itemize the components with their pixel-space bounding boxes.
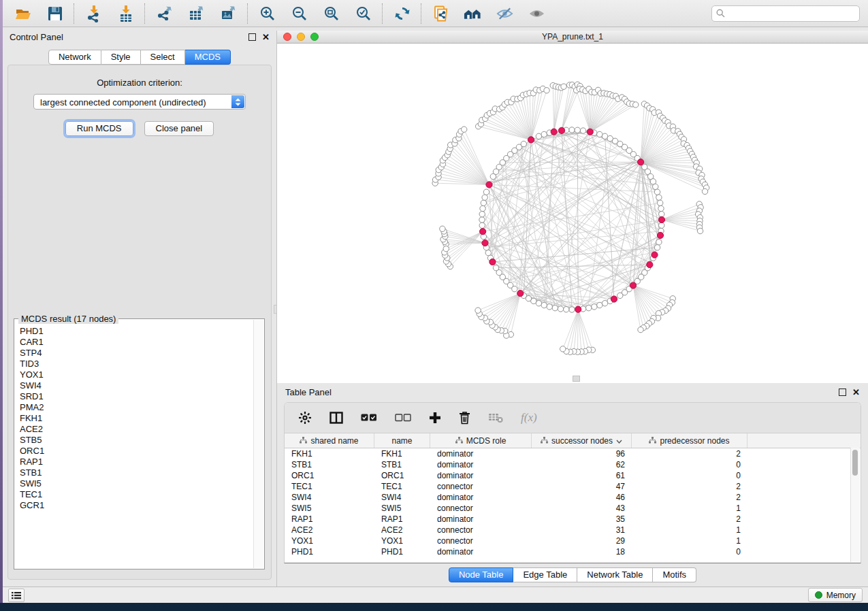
- table-row[interactable]: TEC1TEC1connector472: [285, 481, 861, 492]
- table-row[interactable]: PHD1PHD1dominator180: [285, 546, 861, 557]
- search-input[interactable]: [711, 5, 860, 22]
- tab-motifs[interactable]: Motifs: [653, 567, 696, 582]
- delete-column-icon[interactable]: [459, 411, 470, 425]
- table-row[interactable]: YOX1YOX1connector291: [285, 535, 861, 546]
- float-panel-icon[interactable]: [248, 33, 256, 41]
- first-neighbors-icon[interactable]: [464, 4, 482, 22]
- tab-network-table[interactable]: Network Table: [577, 567, 653, 582]
- cell-shared-name: RAP1: [285, 514, 374, 525]
- open-file-icon[interactable]: [14, 4, 32, 22]
- table-row[interactable]: SWI4SWI4dominator462: [285, 492, 861, 503]
- table-panel-tabs: Node TableEdge TableNetwork TableMotifs: [277, 567, 868, 582]
- split-pane-grip[interactable]: [573, 376, 580, 382]
- add-column-icon[interactable]: [429, 412, 441, 424]
- mcds-result-item[interactable]: FKH1: [20, 413, 254, 424]
- hide-selected-icon[interactable]: [496, 4, 514, 22]
- tab-style[interactable]: Style: [101, 50, 141, 65]
- column-header-MCDS-role[interactable]: MCDS role: [430, 433, 532, 448]
- cytoscape-app-window: Control Panel ✕ NetworkStyleSelectMCDS O…: [3, 0, 868, 603]
- mcds-result-item[interactable]: ACE2: [20, 424, 254, 435]
- import-network-icon[interactable]: [84, 4, 103, 22]
- cell-successor-nodes: 62: [532, 459, 632, 470]
- mcds-result-item[interactable]: TEC1: [20, 489, 254, 500]
- zoom-selected-icon[interactable]: [354, 4, 372, 22]
- column-layout-icon[interactable]: [329, 412, 343, 424]
- select-all-columns-icon[interactable]: [361, 414, 377, 422]
- column-header-predecessor-nodes[interactable]: predecessor nodes: [632, 433, 748, 448]
- show-hidden-icon[interactable]: [528, 4, 546, 22]
- mcds-result-item[interactable]: ORC1: [20, 446, 254, 457]
- search-icon: [716, 8, 725, 20]
- table-row[interactable]: STB1STB1dominator620: [285, 459, 861, 470]
- cell-predecessor-nodes: 0: [632, 546, 748, 557]
- network-graph[interactable]: [277, 44, 868, 383]
- mcds-result-item[interactable]: SWI5: [20, 478, 254, 489]
- table-row[interactable]: FKH1FKH1dominator962: [285, 448, 861, 459]
- zoom-fit-icon[interactable]: [322, 4, 340, 22]
- mcds-result-item[interactable]: TID3: [20, 359, 254, 369]
- cell-name: PHD1: [374, 546, 430, 557]
- cell-mcds-role: connector: [430, 525, 532, 535]
- export-network-icon[interactable]: [155, 4, 174, 22]
- tree-hierarchy-icon: [455, 436, 463, 446]
- column-header-shared-name[interactable]: shared name: [285, 433, 374, 448]
- cell-mcds-role: connector: [430, 535, 532, 546]
- deselect-all-columns-icon[interactable]: [395, 414, 411, 422]
- import-table-icon[interactable]: [116, 4, 135, 22]
- control-panel-tabs: NetworkStyleSelectMCDS: [3, 50, 276, 65]
- mcds-result-item[interactable]: PHD1: [20, 326, 254, 337]
- result-list-scrollbar[interactable]: [253, 320, 263, 568]
- table-scrollbar[interactable]: [850, 448, 860, 562]
- mcds-result-item[interactable]: SRD1: [20, 391, 254, 402]
- network-window-titlebar[interactable]: YPA_prune.txt_1: [277, 31, 868, 44]
- mcds-result-item[interactable]: STB5: [20, 435, 254, 446]
- column-header-name[interactable]: name: [374, 433, 430, 448]
- zoom-out-icon[interactable]: [290, 4, 308, 22]
- mcds-result-item[interactable]: PMA2: [20, 402, 254, 413]
- table-row[interactable]: RAP1RAP1dominator352: [285, 514, 861, 525]
- tab-network[interactable]: Network: [48, 50, 101, 65]
- mcds-result-list[interactable]: PHD1CAR1STP4TID3YOX1SWI4SRD1PMA2FKH1ACE2…: [15, 320, 254, 568]
- task-history-button[interactable]: [8, 589, 25, 602]
- mcds-result-item[interactable]: SWI4: [20, 380, 254, 391]
- close-table-panel-icon[interactable]: ✕: [852, 389, 860, 395]
- cell-mcds-role: dominator: [430, 459, 532, 470]
- mcds-result-item[interactable]: GCR1: [20, 500, 254, 511]
- optimization-criterion-select[interactable]: largest connected component (undirected): [33, 94, 246, 110]
- table-row[interactable]: SWI5SWI5connector431: [285, 503, 861, 514]
- tab-edge-table[interactable]: Edge Table: [513, 567, 577, 582]
- mcds-result-item[interactable]: RAP1: [20, 457, 254, 467]
- sort-desc-icon: [616, 436, 622, 446]
- cell-predecessor-nodes: 2: [632, 481, 748, 492]
- memory-button[interactable]: Memory: [808, 588, 863, 602]
- refresh-layout-icon[interactable]: [393, 4, 411, 22]
- table-row[interactable]: ORC1ORC1dominator610: [285, 470, 861, 481]
- table-panel: Table Panel ✕ f(x) shared namenameMCDS r…: [276, 383, 868, 587]
- duplicate-network-icon[interactable]: [432, 4, 450, 22]
- run-mcds-button[interactable]: Run MCDS: [65, 121, 133, 136]
- export-image-icon[interactable]: [219, 4, 238, 22]
- close-panel-button[interactable]: Close panel: [144, 121, 214, 136]
- zoom-in-icon[interactable]: [258, 4, 276, 22]
- column-header-successor-nodes[interactable]: successor nodes: [532, 433, 632, 448]
- cell-shared-name: SWI4: [285, 492, 374, 503]
- save-session-icon[interactable]: [46, 4, 64, 22]
- float-table-panel-icon[interactable]: [839, 389, 846, 396]
- cell-successor-nodes: 31: [532, 525, 632, 535]
- settings-gear-icon[interactable]: [298, 411, 312, 425]
- tab-select[interactable]: Select: [141, 50, 185, 65]
- cell-mcds-role: connector: [430, 481, 532, 492]
- table-row[interactable]: ACE2ACE2connector311: [285, 525, 861, 535]
- cell-mcds-role: dominator: [430, 492, 532, 503]
- mcds-result-item[interactable]: YOX1: [20, 369, 254, 380]
- tab-mcds[interactable]: MCDS: [185, 50, 231, 65]
- mcds-result-item[interactable]: CAR1: [20, 337, 254, 348]
- mcds-result-item[interactable]: STB1: [20, 467, 254, 478]
- close-panel-icon[interactable]: ✕: [262, 34, 270, 40]
- tree-hierarchy-icon: [649, 436, 656, 446]
- mcds-result-item[interactable]: STP4: [20, 348, 254, 359]
- table-scrollbar-thumb[interactable]: [852, 450, 858, 476]
- cell-predecessor-nodes: 1: [632, 525, 748, 535]
- tab-node-table[interactable]: Node Table: [449, 567, 514, 582]
- export-table-icon[interactable]: [187, 4, 206, 22]
